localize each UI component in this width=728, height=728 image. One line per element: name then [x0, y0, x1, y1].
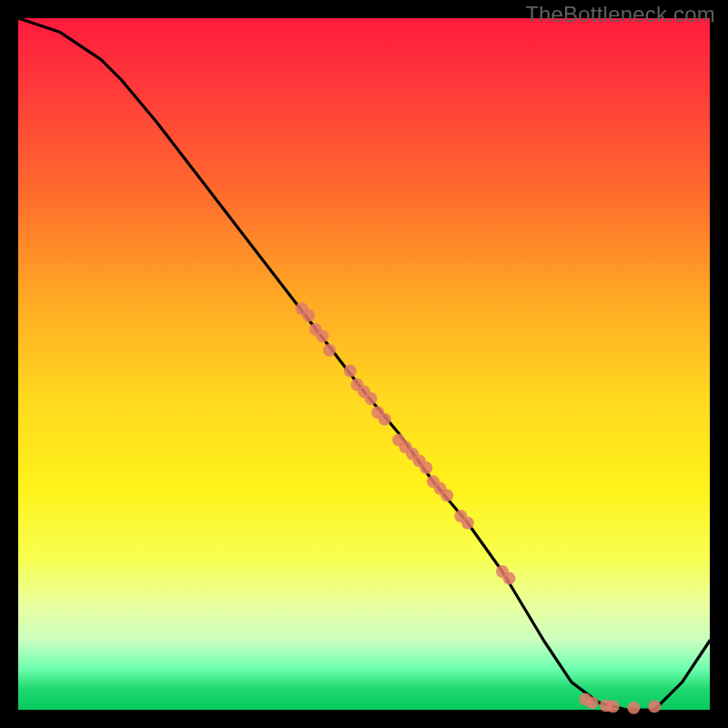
data-point — [302, 309, 315, 322]
data-point — [365, 392, 378, 405]
data-point — [586, 696, 599, 709]
data-point — [607, 700, 620, 713]
chart-frame — [18, 18, 710, 710]
data-point — [648, 700, 661, 713]
bottleneck-curve — [18, 18, 710, 710]
data-point — [420, 461, 432, 474]
data-point — [627, 702, 640, 714]
chart-svg — [18, 18, 710, 710]
scatter-points — [296, 302, 662, 714]
watermark-label: TheBottleneck.com — [525, 2, 715, 27]
data-point — [379, 413, 391, 426]
data-point — [440, 489, 453, 501]
data-point — [344, 365, 357, 378]
data-point — [503, 572, 516, 585]
data-point — [316, 330, 329, 343]
bottleneck-curve-path — [18, 18, 710, 710]
data-point — [323, 344, 336, 357]
data-point — [461, 517, 474, 530]
